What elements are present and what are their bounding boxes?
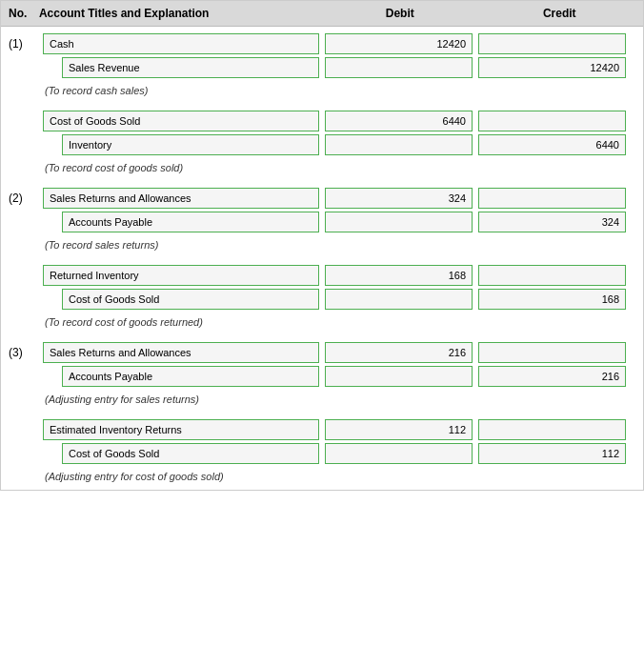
debit-field[interactable]: 6440 [325,111,473,131]
entry-number: (2) [5,192,43,205]
table-row: Returned Inventory168 [1,265,643,286]
account-title-field[interactable]: Estimated Inventory Returns [43,419,319,440]
credit-field[interactable] [478,342,626,363]
account-title-field[interactable]: Accounts Payable [62,212,319,232]
entry-number: (3) [5,346,43,359]
table-row: (2)Sales Returns and Allowances324 [1,188,643,209]
journal-table: No. Account Titles and Explanation Debit… [0,0,644,491]
entry-note: (Adjusting entry for cost of goods sold) [1,467,643,486]
table-row: Sales Revenue12420 [1,57,643,78]
entry-note: (To record sales returns) [1,235,643,254]
table-row: (3)Sales Returns and Allowances216 [1,342,643,363]
debit-field[interactable] [325,366,473,387]
entry-section-4: (3)Sales Returns and Allowances216Accoun… [1,335,643,413]
account-title-field[interactable]: Sales Revenue [62,57,319,78]
debit-field[interactable] [325,289,473,310]
debit-field[interactable] [325,57,473,78]
entry-note: (Adjusting entry for sales returns) [1,390,643,409]
account-title-field[interactable]: Returned Inventory [43,265,319,286]
credit-field[interactable]: 112 [478,443,626,464]
credit-field[interactable] [478,111,626,131]
table-header: No. Account Titles and Explanation Debit… [1,1,643,27]
entry-section-5: Estimated Inventory Returns112Cost of Go… [1,413,643,490]
header-credit: Credit [476,7,643,20]
table-row: Accounts Payable216 [1,366,643,387]
debit-field[interactable] [325,212,473,232]
entry-number: (1) [5,37,43,50]
account-title-field[interactable]: Cash [43,33,319,54]
credit-field[interactable]: 324 [478,212,626,232]
credit-field[interactable]: 12420 [478,57,626,78]
debit-field[interactable]: 112 [325,419,473,440]
account-title-field[interactable]: Accounts Payable [62,366,319,387]
table-row: Cost of Goods Sold168 [1,289,643,310]
header-account: Account Titles and Explanation [39,7,324,20]
account-title-field[interactable]: Cost of Goods Sold [43,111,319,131]
entry-note: (To record cash sales) [1,81,643,100]
account-title-field[interactable]: Sales Returns and Allowances [43,342,319,363]
entry-section-2: (2)Sales Returns and Allowances324Accoun… [1,181,643,258]
header-no: No. [1,7,39,20]
table-row: Inventory6440 [1,134,643,155]
entry-section-0: (1)Cash12420Sales Revenue12420(To record… [1,27,643,104]
credit-field[interactable] [478,33,626,54]
table-row: (1)Cash12420 [1,33,643,54]
debit-field[interactable]: 216 [325,342,473,363]
table-row: Accounts Payable324 [1,212,643,232]
entry-section-3: Returned Inventory168Cost of Goods Sold1… [1,258,643,335]
credit-field[interactable]: 168 [478,289,626,310]
debit-field[interactable]: 12420 [325,33,473,54]
account-title-field[interactable]: Cost of Goods Sold [62,289,319,310]
debit-field[interactable]: 324 [325,188,473,209]
table-row: Cost of Goods Sold112 [1,443,643,464]
credit-field[interactable] [478,419,626,440]
debit-field[interactable] [325,443,473,464]
credit-field[interactable] [478,188,626,209]
account-title-field[interactable]: Inventory [62,134,319,155]
journal-body: (1)Cash12420Sales Revenue12420(To record… [1,27,643,490]
account-title-field[interactable]: Cost of Goods Sold [62,443,319,464]
credit-field[interactable] [478,265,626,286]
debit-field[interactable] [325,134,473,155]
entry-note: (To record cost of goods sold) [1,158,643,177]
table-row: Cost of Goods Sold6440 [1,111,643,131]
header-debit: Debit [324,7,476,20]
entry-section-1: Cost of Goods Sold6440Inventory6440(To r… [1,104,643,181]
account-title-field[interactable]: Sales Returns and Allowances [43,188,319,209]
credit-field[interactable]: 216 [478,366,626,387]
credit-field[interactable]: 6440 [478,134,626,155]
debit-field[interactable]: 168 [325,265,473,286]
entry-note: (To record cost of goods returned) [1,313,643,332]
table-row: Estimated Inventory Returns112 [1,419,643,440]
